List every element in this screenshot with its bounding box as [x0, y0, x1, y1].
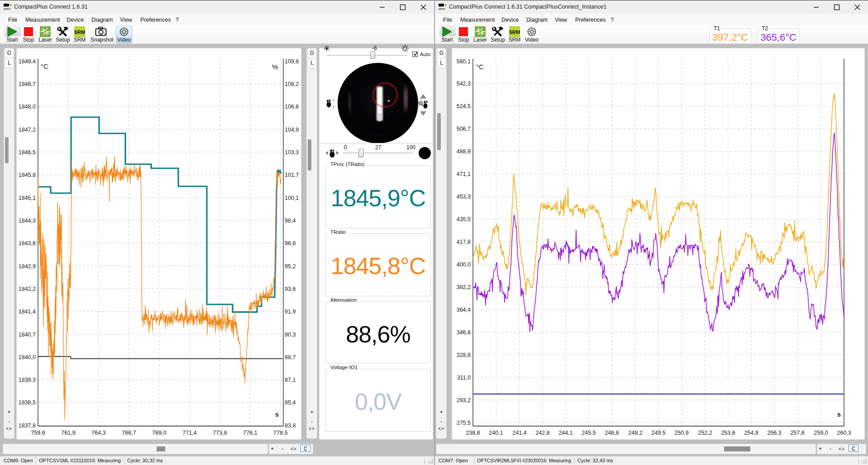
svg-text:257,6: 257,6 [790, 430, 804, 436]
svg-text:244,1: 244,1 [558, 430, 572, 436]
svg-text:246,8: 246,8 [605, 430, 619, 436]
svg-text:417,8: 417,8 [457, 239, 471, 245]
svg-text:346,6: 346,6 [457, 329, 471, 336]
svg-text:°C: °C [476, 63, 484, 71]
svg-text:242,8: 242,8 [535, 430, 549, 436]
svg-text:453,3: 453,3 [457, 194, 471, 200]
svg-text:471,1: 471,1 [457, 171, 471, 177]
svg-text:506,7: 506,7 [457, 126, 471, 132]
svg-text:400,0: 400,0 [457, 261, 471, 268]
svg-text:260,3: 260,3 [837, 430, 851, 436]
svg-text:241,4: 241,4 [512, 430, 526, 436]
svg-text:250,9: 250,9 [674, 430, 688, 436]
svg-text:542,3: 542,3 [457, 81, 471, 87]
svg-text:488,9: 488,9 [457, 148, 471, 155]
svg-text:560,1: 560,1 [457, 58, 471, 65]
svg-text:249,5: 249,5 [651, 430, 665, 436]
svg-text:293,2: 293,2 [457, 397, 471, 403]
svg-text:524,5: 524,5 [457, 103, 471, 109]
svg-text:256,3: 256,3 [767, 430, 781, 436]
svg-text:311,0: 311,0 [457, 375, 471, 381]
svg-text:240,1: 240,1 [489, 430, 503, 436]
svg-text:s: s [837, 411, 841, 418]
svg-text:364,4: 364,4 [457, 307, 471, 313]
svg-text:259,0: 259,0 [814, 430, 828, 436]
svg-text:382,2: 382,2 [457, 284, 471, 290]
svg-text:252,2: 252,2 [698, 430, 712, 436]
svg-text:254,9: 254,9 [744, 430, 758, 436]
svg-text:328,8: 328,8 [457, 352, 471, 358]
svg-text:253,6: 253,6 [721, 430, 735, 436]
svg-text:245,5: 245,5 [582, 430, 596, 436]
svg-text:435,5: 435,5 [457, 216, 471, 223]
svg-text:248,2: 248,2 [628, 430, 642, 436]
svg-text:275,5: 275,5 [457, 420, 471, 426]
svg-text:238,8: 238,8 [466, 430, 480, 436]
